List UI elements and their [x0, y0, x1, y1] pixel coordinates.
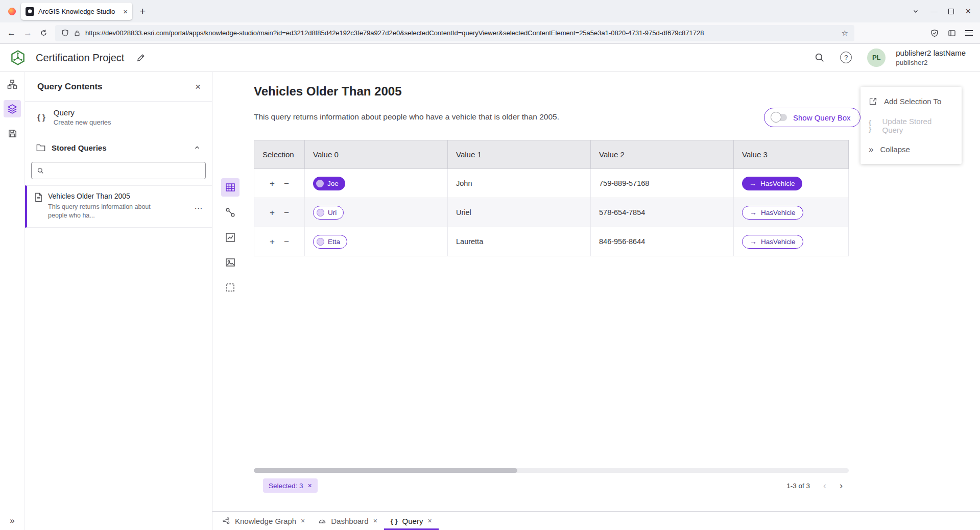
menu-icon[interactable]: [965, 30, 973, 36]
cell-value: 846-956-8644: [591, 227, 734, 256]
relationship-pill[interactable]: →HasVehicle: [742, 177, 802, 190]
tracking-shield-icon[interactable]: [61, 29, 69, 37]
tab-close-icon[interactable]: ×: [301, 517, 305, 525]
entity-pill[interactable]: Etta: [313, 235, 347, 249]
table-view-icon[interactable]: [221, 178, 240, 197]
previous-page-icon[interactable]: ‹: [823, 481, 826, 490]
forward-button[interactable]: →: [23, 29, 32, 37]
entity-dot-icon: [317, 209, 324, 216]
image-view-icon[interactable]: [221, 253, 240, 272]
rail-contents-hierarchy-icon[interactable]: [4, 76, 21, 93]
page: ArcGIS Knowledge Studio × + — × ← → http…: [0, 0, 980, 530]
search-input[interactable]: [48, 167, 200, 175]
arrow-right-icon: →: [750, 238, 757, 245]
new-query-title: Query: [54, 108, 111, 117]
tab-label: Dashboard: [331, 517, 368, 525]
left-icon-rail: »: [0, 72, 25, 530]
protections-shield-icon[interactable]: [930, 29, 939, 37]
tab-list-chevron-icon[interactable]: [912, 8, 919, 15]
show-query-box-toggle[interactable]: Show Query Box: [764, 108, 861, 127]
add-to-selection-icon[interactable]: +: [270, 179, 275, 188]
entity-dot-icon: [316, 180, 324, 187]
braces-icon: { }: [37, 113, 45, 122]
tab-close-icon[interactable]: ×: [123, 7, 128, 16]
chevron-up-icon[interactable]: [194, 144, 201, 151]
add-to-selection-icon[interactable]: +: [270, 237, 275, 246]
avatar[interactable]: PL: [867, 49, 886, 67]
edit-title-icon[interactable]: [136, 53, 146, 62]
rail-save-icon[interactable]: [4, 125, 21, 142]
entity-pill[interactable]: Uri: [313, 206, 344, 220]
add-selection-icon: [869, 97, 877, 106]
query-contents-panel: Query Contents × { } Query Create new qu…: [25, 72, 212, 530]
menu-item-collapse[interactable]: » Collapse: [861, 137, 962, 161]
column-header: Value 3: [734, 140, 849, 168]
tab-query[interactable]: { } Query ×: [384, 512, 439, 530]
more-options-icon[interactable]: …: [194, 201, 204, 211]
help-icon[interactable]: ?: [840, 52, 852, 63]
tab-knowledge-graph[interactable]: Knowledge Graph ×: [216, 512, 312, 530]
stored-query-item[interactable]: Vehicles Older Than 2005 This query retu…: [25, 185, 212, 228]
chart-view-icon[interactable]: [221, 228, 240, 247]
add-to-selection-icon[interactable]: +: [270, 208, 275, 217]
app-header: Certification Project ? PL publisher2 la…: [0, 44, 980, 72]
rail-layers-icon[interactable]: [4, 100, 21, 117]
reload-button[interactable]: [40, 29, 47, 37]
overflow-menu: Add Selection To { } Update Stored Query…: [861, 87, 962, 164]
table-row[interactable]: + − Joe John 759-889-57168 →HasVehicle: [254, 169, 849, 198]
entity-dot-icon: [317, 238, 324, 246]
stored-query-title: Vehicles Older Than 2005: [48, 192, 159, 200]
selection-marquee-icon[interactable]: [221, 278, 240, 297]
new-tab-button[interactable]: +: [139, 5, 146, 17]
panel-title: Query Contents: [37, 82, 103, 92]
bookmark-star-icon[interactable]: ☆: [842, 29, 848, 38]
sidebar-toggle-icon[interactable]: [948, 29, 956, 37]
table-row[interactable]: + − Uri Uriel 578-654-7854 →HasVehicle: [254, 198, 849, 227]
user-block[interactable]: publisher2 lastName publisher2: [896, 48, 966, 67]
app-logo: [8, 48, 28, 67]
lock-icon[interactable]: [74, 30, 81, 37]
menu-item-label: Update Stored Query: [882, 117, 953, 134]
cell-value: Lauretta: [448, 227, 591, 256]
document-tabs: Knowledge Graph × Dashboard × { } Query …: [212, 511, 980, 530]
query-view-description: This query returns information about peo…: [254, 112, 559, 122]
link-chart-icon[interactable]: [221, 203, 240, 222]
remove-from-selection-icon[interactable]: −: [284, 237, 289, 246]
remove-from-selection-icon[interactable]: −: [284, 208, 289, 217]
tab-dashboard[interactable]: Dashboard ×: [312, 512, 384, 530]
dashboard-icon: [318, 517, 326, 525]
tab-close-icon[interactable]: ×: [373, 517, 377, 525]
table-row[interactable]: + − Etta Lauretta 846-956-8644 →HasVehic…: [254, 227, 849, 256]
tab-close-icon[interactable]: ×: [427, 517, 432, 525]
stored-queries-header[interactable]: Stored Queries: [25, 133, 212, 162]
window-maximize-button[interactable]: [948, 9, 954, 14]
remove-from-selection-icon[interactable]: −: [284, 179, 289, 188]
url-text[interactable]: https://dev0028833.esri.com/portal/apps/…: [85, 29, 837, 37]
clear-selection-icon[interactable]: ×: [308, 481, 312, 490]
relationship-pill[interactable]: →HasVehicle: [742, 206, 803, 220]
browser-tabstrip: ArcGIS Knowledge Studio × + — ×: [0, 0, 980, 22]
menu-item-add-selection-to[interactable]: Add Selection To: [861, 89, 962, 113]
back-button[interactable]: ←: [7, 29, 16, 37]
query-viewer: Vehicles Older Than 2005 This query retu…: [212, 72, 980, 511]
entity-pill[interactable]: Joe: [313, 177, 345, 190]
user-username: publisher2: [896, 58, 966, 67]
toggle-switch[interactable]: [772, 114, 787, 121]
scrollbar-thumb[interactable]: [254, 468, 517, 473]
browser-tab[interactable]: ArcGIS Knowledge Studio ×: [21, 3, 132, 20]
window-close-button[interactable]: ×: [965, 6, 971, 17]
arrow-right-icon: →: [750, 209, 757, 216]
selected-count-chip[interactable]: Selected: 3 ×: [263, 478, 318, 493]
url-bar[interactable]: https://dev0028833.esri.com/portal/apps/…: [55, 25, 854, 41]
horizontal-scrollbar[interactable]: [254, 468, 849, 473]
expand-panel-chevrons[interactable]: »: [0, 516, 25, 526]
window-minimize-button[interactable]: —: [930, 8, 937, 15]
next-page-icon[interactable]: ›: [840, 481, 843, 490]
site-favicon-icon: [26, 7, 34, 16]
cell-value: 759-889-57168: [591, 169, 734, 198]
cell-value: Uriel: [448, 198, 591, 227]
search-icon[interactable]: [814, 52, 825, 63]
relationship-pill[interactable]: →HasVehicle: [742, 235, 803, 249]
panel-close-icon[interactable]: ×: [195, 81, 201, 92]
new-query-item[interactable]: { } Query Create new queries: [25, 102, 212, 133]
